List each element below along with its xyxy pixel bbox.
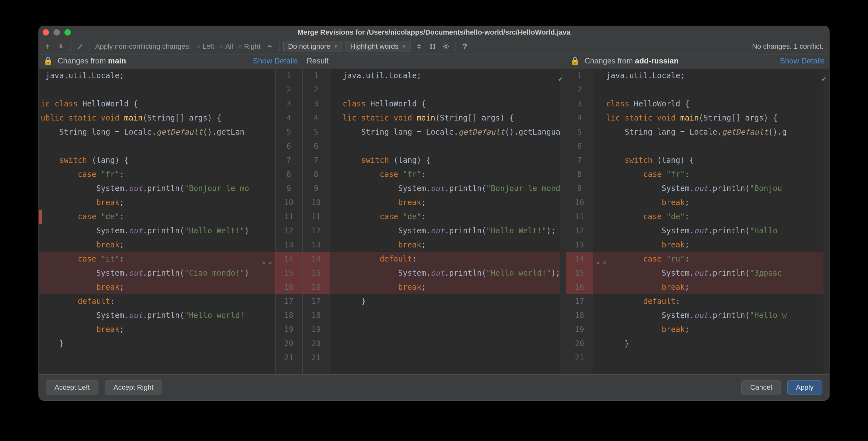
settings-button[interactable] (440, 41, 451, 52)
magic-resolve-button[interactable] (74, 41, 85, 52)
accept-change-button[interactable]: » (268, 255, 272, 270)
code-text: break; (593, 322, 829, 337)
code-line[interactable]: 7 switch (lang) { (39, 153, 302, 167)
code-line[interactable]: 4ublic static void main(String[] args) { (39, 111, 302, 125)
code-line[interactable]: 16 break; (303, 280, 566, 294)
code-text: lic static void main(String[] args) { (593, 111, 829, 125)
code-line[interactable]: 13 break; (566, 238, 829, 252)
code-line[interactable]: 6 (566, 139, 829, 153)
code-line[interactable]: 7 switch (lang) { (303, 153, 566, 167)
code-line[interactable]: 18 (303, 308, 566, 322)
code-line[interactable]: 8 case "fr": (303, 167, 566, 181)
accept-right-button[interactable]: Accept Right (105, 380, 162, 395)
close-window-button[interactable] (43, 29, 49, 36)
maximize-window-button[interactable] (64, 29, 71, 36)
apply-right-chip[interactable]: «Right (237, 42, 262, 51)
code-line[interactable]: 5 String lang = Locale.getDefault().g (566, 125, 829, 139)
code-line[interactable]: 21 (39, 351, 302, 365)
sync-scroll-button[interactable] (427, 41, 438, 52)
code-line[interactable]: 18 System.out.println("Hello world! (39, 308, 302, 322)
code-line[interactable]: 16 break; (566, 280, 829, 294)
code-line[interactable]: 21 (303, 351, 566, 365)
code-text: case "it": (39, 252, 275, 266)
show-details-right[interactable]: Show Details (780, 56, 825, 65)
code-line[interactable]: 19 (303, 322, 566, 337)
scrollbar[interactable] (824, 69, 829, 374)
lock-icon: 🔒 (43, 56, 53, 65)
code-line[interactable]: 10 break; (566, 195, 829, 210)
code-line[interactable]: 1 java.util.Locale; (39, 69, 302, 83)
code-line[interactable]: 15 System.out.println("Hello world!"); (303, 266, 566, 280)
code-line[interactable]: 5 String lang = Locale.getDefault().getL… (303, 125, 566, 139)
code-line[interactable]: 3 class HelloWorld { (566, 97, 829, 111)
show-details-left[interactable]: Show Details (253, 56, 298, 65)
code-line[interactable]: 1 java.util.Locale; (303, 69, 566, 83)
code-line[interactable]: 17 default: (566, 294, 829, 308)
code-line[interactable]: 2 (39, 83, 302, 97)
code-line[interactable]: 1 java.util.Locale; (566, 69, 829, 83)
code-line[interactable]: 10 break; (39, 195, 302, 210)
code-line[interactable]: 17 } (303, 294, 566, 308)
scrollbar[interactable] (560, 69, 566, 374)
code-line[interactable]: 3 class HelloWorld { (303, 97, 566, 111)
apply-button[interactable]: Apply (787, 380, 822, 395)
pane-headers: 🔒 Changes from main Show Details Result … (39, 55, 829, 69)
code-line[interactable]: 12 System.out.println("Hallo Welt!"); (303, 224, 566, 238)
merge-window: Merge Revisions for /Users/nicolapps/Doc… (38, 26, 830, 401)
code-line[interactable]: 12 System.out.println("Hallo Welt!") (39, 224, 302, 238)
code-line[interactable]: 8 case "fr": (39, 167, 302, 181)
code-line[interactable]: 11 case "de": (39, 210, 302, 224)
code-line[interactable]: 8 case "fr": (566, 167, 829, 181)
left-pane[interactable]: ✕ » 1 java.util.Locale;23ic class HelloW… (39, 69, 302, 374)
code-line[interactable]: 10 break; (303, 195, 566, 210)
cancel-button[interactable]: Cancel (741, 380, 780, 395)
code-line[interactable]: 6 (303, 139, 566, 153)
reject-change-button[interactable]: ✕ (602, 255, 607, 270)
apply-left-chip[interactable]: »Left (195, 42, 215, 51)
code-line[interactable]: 18 System.out.println("Hello w (566, 308, 829, 322)
code-line[interactable]: 6 (39, 139, 302, 153)
code-line[interactable]: 19 break; (39, 322, 302, 337)
apply-all-chip[interactable]: «All (218, 42, 234, 51)
merge-actions-right: « ✕ (596, 255, 607, 270)
minimize-window-button[interactable] (54, 29, 60, 36)
code-line[interactable]: 4 lic static void main(String[] args) { (303, 111, 566, 125)
code-line[interactable]: 20 } (566, 337, 829, 351)
code-line[interactable]: 13 break; (39, 238, 302, 252)
code-line[interactable]: 16 break; (39, 280, 302, 294)
code-line[interactable]: 9 System.out.println("Bonjour le monde !… (303, 181, 566, 195)
code-line[interactable]: 2 (303, 83, 566, 97)
prev-change-button[interactable] (42, 41, 53, 52)
code-line[interactable]: 9 System.out.println("Bonjour le mo (39, 181, 302, 195)
line-number: 2 (566, 83, 593, 97)
help-button[interactable]: ? (459, 41, 470, 52)
ignore-select[interactable]: Do not ignore ▼ (283, 41, 343, 52)
collapse-unchanged-button[interactable] (413, 41, 424, 52)
line-number: 15 (566, 266, 593, 280)
code-line[interactable]: 7 switch (lang) { (566, 153, 829, 167)
code-line[interactable]: 20 } (39, 337, 302, 351)
code-line[interactable]: 20 (303, 337, 566, 351)
next-change-button[interactable] (56, 41, 66, 52)
accept-left-button[interactable]: Accept Left (46, 380, 98, 395)
line-number: 13 (275, 238, 302, 252)
code-line[interactable]: 11 case "de": (566, 210, 829, 224)
result-pane[interactable]: ✔ 1 java.util.Locale;23 class HelloWorld… (302, 69, 566, 374)
code-line[interactable]: 5 String lang = Locale.getDefault().getL… (39, 125, 302, 139)
code-line[interactable]: 9 System.out.println("Bonjou (566, 181, 829, 195)
code-line[interactable]: 13 break; (303, 238, 566, 252)
code-line[interactable]: 19 break; (566, 322, 829, 337)
reject-change-button[interactable]: ✕ (262, 255, 266, 270)
undo-button[interactable] (265, 41, 275, 52)
code-line[interactable]: 17 default: (39, 294, 302, 308)
code-line[interactable]: 2 (566, 83, 829, 97)
code-line[interactable]: 12 System.out.println("Hallo (566, 224, 829, 238)
code-line[interactable]: 4 lic static void main(String[] args) { (566, 111, 829, 125)
code-line[interactable]: 14 default: (303, 252, 566, 266)
code-line[interactable]: 3ic class HelloWorld { (39, 97, 302, 111)
code-line[interactable]: 21 (566, 351, 829, 365)
right-pane[interactable]: ✔ « ✕ 1 java.util.Locale;23 class HelloW… (566, 69, 829, 374)
code-line[interactable]: 11 case "de": (303, 210, 566, 224)
accept-change-button[interactable]: « (596, 255, 600, 270)
highlight-select[interactable]: Highlight words ▼ (345, 41, 411, 52)
